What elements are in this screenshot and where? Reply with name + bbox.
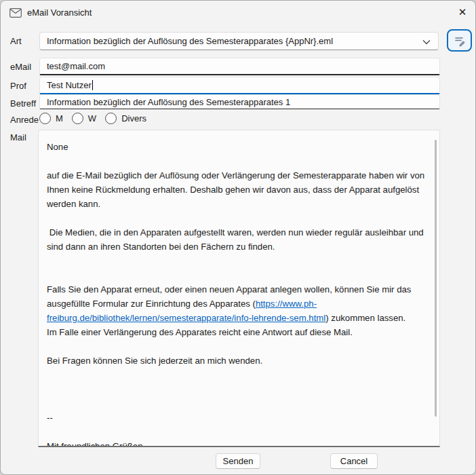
cancel-button[interactable]: Cancel xyxy=(330,453,378,469)
betreff-input-value: Information bezüglich der Auflösung des … xyxy=(47,97,290,107)
chevron-down-icon xyxy=(422,39,431,45)
template-select-value: Information bezüglich der Auflösung des … xyxy=(47,36,333,46)
template-select[interactable]: Information bezüglich der Auflösung des … xyxy=(39,32,439,50)
radio-label: W xyxy=(88,113,96,124)
prof-label: Prof xyxy=(10,81,26,91)
email-input[interactable]: test@mail.com xyxy=(39,58,440,75)
email-input-value: test@mail.com xyxy=(47,61,105,71)
art-label: Art xyxy=(10,36,22,46)
mail-body-textarea[interactable]: None auf die E-Mail bezüglich der Auflös… xyxy=(38,130,440,447)
text-cursor xyxy=(92,80,93,90)
mail-body-after-link: ) zukommen lassen. Im Falle einer Verlän… xyxy=(47,313,405,447)
betreff-label: Betreff xyxy=(10,98,36,109)
prof-input-value: Test Nutzer xyxy=(47,80,92,90)
send-button[interactable]: Senden xyxy=(216,453,260,469)
mail-body-before-link: None auf die E-Mail bezüglich der Auflös… xyxy=(47,142,427,309)
radio-option-divers[interactable]: Divers xyxy=(105,113,146,124)
anrede-radio-group: M W Divers xyxy=(39,113,155,124)
edit-list-icon xyxy=(453,34,467,48)
prof-input[interactable]: Test Nutzer xyxy=(39,77,440,94)
radio-button-icon[interactable] xyxy=(39,113,51,124)
betreff-input[interactable]: Information bezüglich der Auflösung des … xyxy=(39,94,440,109)
email-label: eMail xyxy=(10,62,31,72)
radio-button-icon[interactable] xyxy=(105,113,117,124)
title-bar: eMail Voransicht ✕ xyxy=(1,1,475,25)
email-preview-dialog: eMail Voransicht ✕ Art Information bezüg… xyxy=(0,0,476,475)
radio-label: M xyxy=(56,113,63,124)
mail-label: Mail xyxy=(10,132,26,142)
window-title: eMail Voransicht xyxy=(27,7,92,18)
anrede-label: Anrede xyxy=(10,115,39,125)
radio-label: Divers xyxy=(121,113,146,124)
close-button[interactable]: ✕ xyxy=(452,3,473,22)
radio-option-m[interactable]: M xyxy=(39,113,63,124)
scrollbar-thumb[interactable] xyxy=(435,140,437,417)
radio-option-w[interactable]: W xyxy=(72,113,96,124)
edit-template-button[interactable] xyxy=(447,29,472,52)
radio-button-icon[interactable] xyxy=(72,113,83,124)
mail-body-text: None auf die E-Mail bezüglich der Auflös… xyxy=(47,140,430,447)
envelope-icon xyxy=(9,8,22,18)
